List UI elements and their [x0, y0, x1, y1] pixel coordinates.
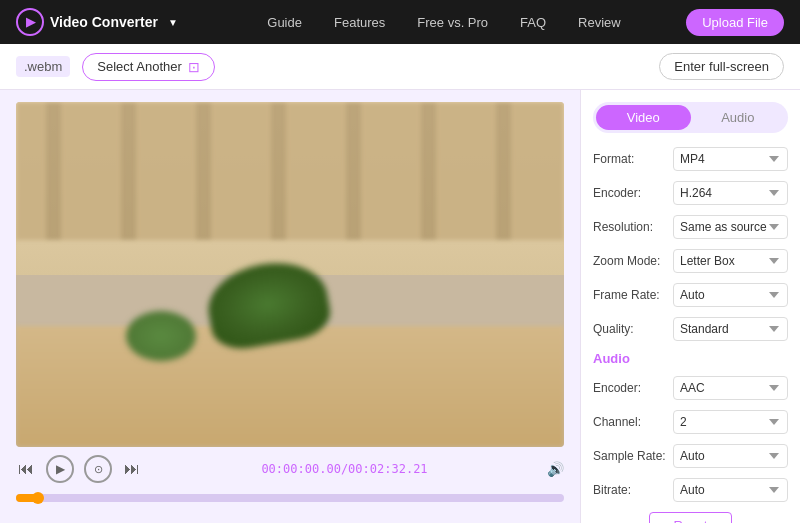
encoder-label: Encoder: — [593, 186, 673, 200]
progress-bar-container[interactable] — [16, 489, 564, 507]
upload-file-button[interactable]: Upload File — [686, 9, 784, 36]
zoom-mode-select[interactable]: Letter BoxCropStretch — [673, 249, 788, 273]
channel-label: Channel: — [593, 415, 673, 429]
tree-layer-2 — [126, 311, 196, 361]
resolution-select[interactable]: Same as source1080p720p480p — [673, 215, 788, 239]
sample-rate-label: Sample Rate: — [593, 449, 673, 463]
encoder-select[interactable]: H.264H.265VP9 — [673, 181, 788, 205]
quality-row: Quality: StandardHighUltra — [593, 317, 788, 341]
format-row: Format: MP4AVIMOVMKV — [593, 147, 788, 171]
arch-layer — [16, 102, 564, 240]
time-display: 00:00:00.00/00:02:32.21 — [152, 462, 537, 476]
format-label: Format: — [593, 152, 673, 166]
sample-rate-row: Sample Rate: Auto4410048000 — [593, 444, 788, 468]
video-preview-area — [16, 102, 564, 447]
tab-audio[interactable]: Audio — [691, 105, 786, 130]
bitrate-row: Bitrate: Auto128k256k320k — [593, 478, 788, 502]
tab-video[interactable]: Video — [596, 105, 691, 130]
select-another-label: Select Another — [97, 59, 182, 74]
progress-thumb — [32, 492, 44, 504]
play-button[interactable]: ▶ — [46, 455, 74, 483]
frame-rate-row: Frame Rate: Auto243060 — [593, 283, 788, 307]
resolution-row: Resolution: Same as source1080p720p480p — [593, 215, 788, 239]
encoder-row: Encoder: H.264H.265VP9 — [593, 181, 788, 205]
progress-fill — [16, 494, 38, 502]
fullscreen-button[interactable]: Enter full-screen — [659, 53, 784, 80]
frame-rate-label: Frame Rate: — [593, 288, 673, 302]
video-panel: ⏮ ▶ ⊙ ⏭ 00:00:00.00/00:02:32.21 🔊 — [0, 90, 580, 523]
app-name: Video Converter — [50, 14, 158, 30]
current-time: 00:00:00.00 — [261, 462, 340, 476]
logo-icon: ▶ — [16, 8, 44, 36]
zoom-mode-label: Zoom Mode: — [593, 254, 673, 268]
video-controls: ⏮ ▶ ⊙ ⏭ 00:00:00.00/00:02:32.21 🔊 — [16, 447, 564, 511]
navbar: ▶ Video Converter ▼ Guide Features Free … — [0, 0, 800, 44]
bitrate-select[interactable]: Auto128k256k320k — [673, 478, 788, 502]
audio-encoder-label: Encoder: — [593, 381, 673, 395]
audio-encoder-row: Encoder: AACMP3FLAC — [593, 376, 788, 400]
nav-guide[interactable]: Guide — [267, 15, 302, 30]
next-frame-button[interactable]: ⏭ — [122, 458, 142, 480]
audio-section-label: Audio — [593, 351, 788, 366]
quality-label: Quality: — [593, 322, 673, 336]
toolbar: .webm Select Another ⊡ Enter full-screen — [0, 44, 800, 90]
snapshot-button[interactable]: ⊙ — [84, 455, 112, 483]
app-dropdown-icon[interactable]: ▼ — [168, 17, 178, 28]
nav-features[interactable]: Features — [334, 15, 385, 30]
nav-review[interactable]: Review — [578, 15, 621, 30]
nav-faq[interactable]: FAQ — [520, 15, 546, 30]
main-content: ⏮ ▶ ⊙ ⏭ 00:00:00.00/00:02:32.21 🔊 — [0, 90, 800, 523]
sample-rate-select[interactable]: Auto4410048000 — [673, 444, 788, 468]
channel-select[interactable]: 216 — [673, 410, 788, 434]
total-time: 00:02:32.21 — [348, 462, 427, 476]
resolution-label: Resolution: — [593, 220, 673, 234]
app-logo[interactable]: ▶ Video Converter ▼ — [16, 8, 178, 36]
navbar-links: Guide Features Free vs. Pro FAQ Review — [202, 15, 686, 30]
progress-track[interactable] — [16, 494, 564, 502]
monitor-icon: ⊡ — [188, 59, 200, 75]
bitrate-label: Bitrate: — [593, 483, 673, 497]
audio-encoder-select[interactable]: AACMP3FLAC — [673, 376, 788, 400]
quality-select[interactable]: StandardHighUltra — [673, 317, 788, 341]
settings-panel: Video Audio Format: MP4AVIMOVMKV Encoder… — [580, 90, 800, 523]
playback-controls-row: ⏮ ▶ ⊙ ⏭ 00:00:00.00/00:02:32.21 🔊 — [16, 455, 564, 483]
ground-layer — [16, 326, 564, 447]
volume-icon[interactable]: 🔊 — [547, 461, 564, 477]
zoom-mode-row: Zoom Mode: Letter BoxCropStretch — [593, 249, 788, 273]
file-name-label: .webm — [16, 56, 70, 77]
nav-free-vs-pro[interactable]: Free vs. Pro — [417, 15, 488, 30]
channel-row: Channel: 216 — [593, 410, 788, 434]
settings-tab-bar: Video Audio — [593, 102, 788, 133]
reset-button[interactable]: Reset — [649, 512, 733, 523]
select-another-button[interactable]: Select Another ⊡ — [82, 53, 215, 81]
format-select[interactable]: MP4AVIMOVMKV — [673, 147, 788, 171]
frame-rate-select[interactable]: Auto243060 — [673, 283, 788, 307]
rewind-button[interactable]: ⏮ — [16, 458, 36, 480]
